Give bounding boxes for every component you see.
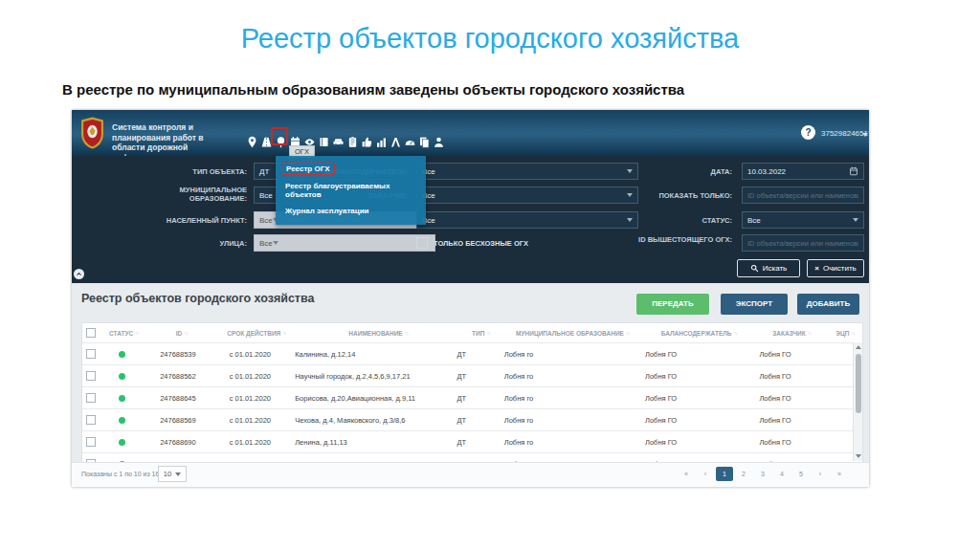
- date-field[interactable]: 10.03.2022: [742, 163, 864, 180]
- chevron-down-icon: [175, 472, 181, 476]
- thumbs-up-icon[interactable]: [361, 136, 373, 148]
- type-cell: ДТ: [452, 343, 499, 364]
- ecp-select[interactable]: Все: [416, 211, 638, 229]
- sort-icon[interactable]: ↑↓: [626, 330, 630, 336]
- location-pin-icon[interactable]: [246, 136, 258, 148]
- chevron-down-icon[interactable]: [862, 133, 868, 137]
- export-button[interactable]: ЭКСПОРТ: [721, 294, 788, 315]
- page-size-value: 10: [164, 470, 171, 478]
- balance-holder-value: Все: [422, 167, 627, 176]
- status-label: СТАТУС:: [636, 216, 732, 225]
- sort-icon[interactable]: ↑↓: [851, 330, 855, 336]
- sort-icon[interactable]: ↑↓: [734, 330, 738, 336]
- sort-icon[interactable]: ↑↓: [808, 330, 812, 336]
- status-dot-icon: [119, 395, 125, 402]
- transfer-button[interactable]: ПЕРЕДАТЬ: [636, 294, 709, 315]
- help-icon[interactable]: ?: [801, 125, 815, 140]
- page-size-select[interactable]: 10: [158, 466, 187, 482]
- car-icon[interactable]: [332, 136, 345, 148]
- collapse-panel-button[interactable]: [74, 269, 84, 279]
- menu-item-reestr-blagoustroystva[interactable]: Реестр благоустраиваемых объектов: [276, 178, 426, 203]
- row-select-cell: [82, 431, 100, 452]
- show-only-input[interactable]: [742, 187, 864, 204]
- row-checkbox[interactable]: [86, 393, 96, 403]
- column-header-3[interactable]: СРОК ДЕЙСТВИЯ↑↓: [216, 323, 298, 342]
- book-icon[interactable]: [318, 136, 330, 148]
- object-type-label: ТИП ОБЪЕКТА:: [129, 167, 247, 176]
- page-button-4[interactable]: 4: [773, 467, 791, 481]
- status-dot-icon: [119, 351, 125, 358]
- orphan-only-filter: ТОЛЬКО БЕСХОЗНЫЕ ОГХ: [416, 237, 528, 249]
- sort-icon[interactable]: ↑↓: [184, 330, 188, 336]
- column-header-6[interactable]: МУНИЦИПАЛЬНОЕ ОБРАЗОВАНИЕ↑↓: [502, 323, 643, 342]
- customer-cell: Лобня ГО: [753, 409, 829, 430]
- type-cell: ДТ: [452, 365, 499, 386]
- sort-icon[interactable]: ↑↓: [282, 330, 286, 336]
- parent-id-input[interactable]: [742, 234, 864, 252]
- page-button-2[interactable]: 2: [735, 467, 752, 481]
- bar-chart-icon[interactable]: [375, 136, 388, 148]
- sort-icon[interactable]: ↑↓: [486, 330, 490, 336]
- menu-item-zhurnal-ekspluatacii[interactable]: Журнал эксплуатации: [276, 203, 426, 219]
- documents-icon[interactable]: [418, 136, 431, 148]
- validity-cell: с 01.01.2020: [212, 387, 290, 408]
- column-header-5[interactable]: ТИП↑↓: [459, 323, 502, 342]
- scrollbar-thumb[interactable]: [856, 354, 861, 413]
- table-scrollbar[interactable]: [853, 342, 862, 461]
- table-row[interactable]: 247688645с 01.01.2020Борисова, д.20,Авиа…: [82, 387, 862, 409]
- sort-icon[interactable]: ↑↓: [135, 330, 139, 336]
- select-all-checkbox[interactable]: [86, 328, 96, 338]
- search-button-label: Искать: [763, 264, 788, 273]
- customer-cell: Лобня ГО: [753, 343, 829, 364]
- balance_holder-cell: Лобня ГО: [639, 387, 753, 408]
- clear-button[interactable]: × Очистить: [807, 259, 864, 277]
- table-row[interactable]: 247688569с 01.01.2020Чехова, д.4, Маяков…: [82, 409, 862, 431]
- chevron-down-icon: [273, 241, 278, 245]
- page-button-5[interactable]: 5: [792, 467, 810, 481]
- column-header-4[interactable]: НАИМЕНОВАНИЕ↑↓: [297, 323, 459, 342]
- menu-item-reestr-ogx[interactable]: Реестр ОГХ: [276, 160, 426, 178]
- type-cell: ДТ: [452, 409, 499, 430]
- page-button-3[interactable]: 3: [754, 467, 771, 481]
- column-header-2[interactable]: ID↑↓: [147, 323, 216, 342]
- sort-icon[interactable]: ↑↓: [405, 330, 409, 336]
- orphan-only-checkbox[interactable]: [416, 237, 428, 249]
- name-cell: Ленина, д.11,13: [289, 431, 451, 452]
- table-row[interactable]: 247688562с 01.01.2020Научный городок, д.…: [82, 365, 862, 387]
- table-row[interactable]: 247688690с 01.01.2020Ленина, д.11,13ДТЛо…: [82, 431, 862, 453]
- column-header-7[interactable]: БАЛАНСОДЕРЖАТЕЛЬ↑↓: [643, 323, 756, 342]
- column-header-1[interactable]: СТАТУС↑↓: [100, 323, 147, 342]
- balance-holder-select[interactable]: Все: [416, 163, 638, 180]
- row-checkbox[interactable]: [86, 415, 96, 425]
- calendar-icon[interactable]: [849, 166, 858, 176]
- balance_holder-cell: Лобня ГО: [639, 365, 753, 386]
- chevron-down-icon: [627, 193, 633, 197]
- page-nav-button[interactable]: ‹: [697, 467, 714, 481]
- search-button[interactable]: Искать: [737, 259, 800, 277]
- user-icon[interactable]: [433, 136, 445, 148]
- row-checkbox[interactable]: [86, 371, 96, 381]
- customer-select[interactable]: Все: [416, 187, 638, 204]
- clipboard-icon[interactable]: [346, 136, 359, 148]
- page-nav-button[interactable]: «: [678, 467, 695, 481]
- status-select[interactable]: Все: [742, 211, 864, 229]
- scroll-up-icon[interactable]: [856, 345, 861, 349]
- column-header-9[interactable]: ЭЦП↑↓: [828, 323, 862, 342]
- gauge-icon[interactable]: [404, 136, 416, 148]
- scroll-down-icon[interactable]: [856, 454, 861, 458]
- row-checkbox[interactable]: [86, 349, 96, 359]
- table-row[interactable]: 247688539с 01.01.2020Калинина, д.12,14ДТ…: [82, 343, 862, 365]
- id-cell: 247688562: [145, 365, 211, 386]
- page-button-1[interactable]: 1: [716, 467, 733, 481]
- row-checkbox[interactable]: [86, 437, 96, 447]
- clear-button-label: Очистить: [823, 264, 857, 273]
- page-nav-button[interactable]: ›: [812, 467, 829, 481]
- parent-id-label: ID ВЫШЕСТОЯЩЕГО ОГХ:: [636, 235, 732, 244]
- id-cell: 247688645: [145, 387, 211, 408]
- page-nav-button[interactable]: »: [831, 467, 848, 481]
- municipality-cell: Лобня го: [499, 409, 639, 430]
- add-button[interactable]: ДОБАВИТЬ: [797, 294, 859, 315]
- bridge-icon[interactable]: [390, 136, 402, 148]
- column-header-8[interactable]: ЗАКАЗЧИК↑↓: [755, 323, 828, 342]
- registry-title: Реестр объектов городского хозяйства: [81, 292, 314, 305]
